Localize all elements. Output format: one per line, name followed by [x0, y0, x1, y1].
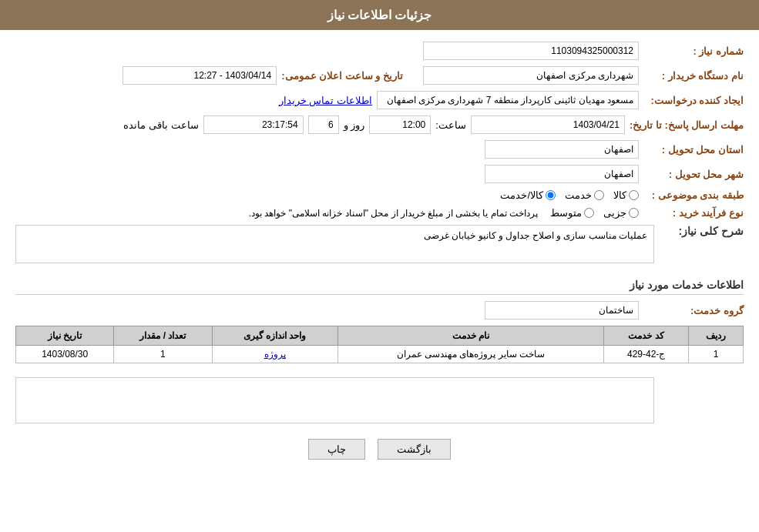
sharh-value: عملیات مناسب سازی و اصلاح جداول و کانیو … [424, 230, 647, 241]
radio-jozii: جزیی [603, 207, 639, 219]
tarifband-radio-group: کالا خدمت کالا/خدمت [500, 189, 639, 201]
page-header: جزئیات اطلاعات نیاز [0, 0, 759, 30]
tosih-row [15, 371, 744, 423]
mohlat-time-input[interactable] [369, 115, 431, 134]
ostan-row: استان محل تحویل : [15, 140, 744, 159]
sharh-box: عملیات مناسب سازی و اصلاح جداول و کانیو … [15, 225, 654, 263]
farayand-note: پرداخت تمام یا بخشی از مبلغ خریدار از مح… [249, 208, 538, 219]
ijad-konande-input[interactable] [377, 91, 639, 109]
radio-kala-label: کالا [613, 189, 626, 201]
radio-kala-khadamat-input[interactable] [546, 190, 556, 200]
sharh-row: شرح کلی نیاز: عملیات مناسب سازی و اصلاح … [15, 225, 744, 263]
nam-dastgah-label: نام دستگاه خریدار : [643, 70, 744, 82]
col-tedad: تعداد / مقدار [114, 326, 212, 346]
tarikh-elan-label: تاریخ و ساعت اعلان عمومی: [281, 70, 403, 82]
col-radif: ردیف [688, 326, 743, 346]
mohlat-time-label: ساعت: [435, 119, 466, 131]
mohlat-label: مهلت ارسال پاسخ: تا تاریخ: [630, 119, 744, 131]
mohlat-remaining-input[interactable] [203, 115, 304, 134]
radio-jozii-label: جزیی [603, 207, 626, 219]
services-section-title: اطلاعات خدمات مورد نیاز [15, 273, 744, 295]
buttons-row: بازگشت چاپ [15, 439, 744, 475]
shomare-niaz-row: شماره نیاز : [15, 42, 744, 60]
mohlat-date-input[interactable] [471, 115, 625, 134]
shomare-niaz-input[interactable] [423, 42, 639, 60]
gorohe-khadamat-row: گروه خدمت: [15, 301, 744, 320]
mohlat-remaining-label: ساعت باقی مانده [123, 119, 198, 131]
tarifband-row: طبقه بندی موضوعی : کالا خدمت کالا/خدمت [15, 189, 744, 201]
mohlat-row: مهلت ارسال پاسخ: تا تاریخ: ساعت: روز و س… [15, 115, 744, 134]
col-tarikh: تاریخ نیاز [16, 326, 114, 346]
radio-motavaset: متوسط [550, 207, 594, 219]
sharh-label: شرح کلی نیاز: [659, 225, 744, 237]
radio-kala-input[interactable] [629, 190, 639, 200]
shahr-row: شهر محل تحویل : [15, 165, 744, 183]
tarikh-elan-input[interactable] [123, 66, 277, 85]
ijad-konande-row: ایجاد کننده درخواست: اطلاعات تماس خریدار [15, 91, 744, 109]
col-nam: نام خدمت [338, 326, 604, 346]
page-title: جزئیات اطلاعات نیاز [327, 8, 432, 22]
tosih-box [15, 377, 654, 423]
mohlat-day-input[interactable] [308, 115, 339, 134]
col-kod: کد خدمت [604, 326, 689, 346]
page-wrapper: جزئیات اطلاعات نیاز شماره نیاز : نام دست… [0, 0, 759, 532]
gorohe-khadamat-input[interactable] [485, 301, 639, 320]
tarikh-namdastgah-row: نام دستگاه خریدار : تاریخ و ساعت اعلان ع… [15, 66, 744, 85]
gorohe-khadamat-label: گروه خدمت: [643, 305, 744, 316]
noe-farayand-row: نوع فرآیند خرید : جزیی متوسط پرداخت تمام… [15, 207, 744, 219]
radio-kala-khadamat: کالا/خدمت [500, 189, 556, 201]
ostan-label: استان محل تحویل : [643, 144, 744, 156]
farayand-radio-group: جزیی متوسط [550, 207, 639, 219]
shahr-label: شهر محل تحویل : [643, 169, 744, 180]
services-table-container: ردیف کد خدمت نام خدمت واحد اندازه گیری ت… [15, 326, 744, 363]
radio-motavaset-label: متوسط [550, 207, 582, 219]
col-vahed: واحد اندازه گیری [212, 326, 338, 346]
table-row: 1ج-42-429ساخت سایر پروژه‌های مهندسی عمرا… [16, 346, 744, 363]
radio-khadamat-input[interactable] [594, 190, 604, 200]
tarifband-label: طبقه بندی موضوعی : [643, 189, 744, 201]
radio-motavaset-input[interactable] [584, 208, 594, 218]
radio-khadamat-label: خدمت [565, 189, 592, 201]
mohlat-day-label: روز و [344, 119, 365, 131]
shomare-niaz-label: شماره نیاز : [643, 45, 744, 57]
services-table: ردیف کد خدمت نام خدمت واحد اندازه گیری ت… [15, 326, 744, 363]
ittela-tamas-link[interactable]: اطلاعات تماس خریدار [279, 95, 372, 106]
noe-farayand-label: نوع فرآیند خرید : [643, 207, 744, 219]
chap-button[interactable]: چاپ [308, 439, 365, 460]
radio-kala-khadamat-label: کالا/خدمت [500, 189, 543, 201]
radio-jozii-input[interactable] [629, 208, 639, 218]
nam-dastgah-input[interactable] [423, 66, 639, 85]
content-area: شماره نیاز : نام دستگاه خریدار : تاریخ و… [0, 30, 759, 487]
bazgasht-button[interactable]: بازگشت [378, 439, 451, 460]
shahr-input[interactable] [485, 165, 639, 183]
radio-khadamat: خدمت [565, 189, 604, 201]
radio-kala: کالا [613, 189, 639, 201]
ostan-input[interactable] [485, 140, 639, 159]
ijad-konande-label: ایجاد کننده درخواست: [643, 95, 744, 106]
